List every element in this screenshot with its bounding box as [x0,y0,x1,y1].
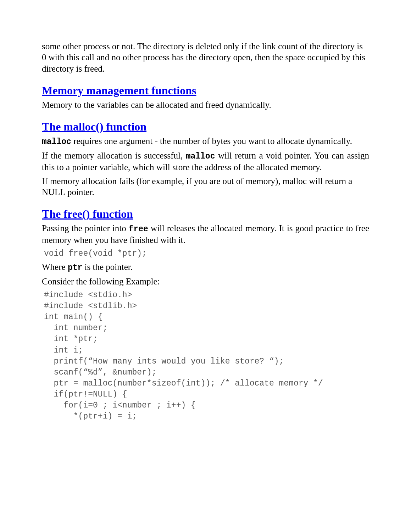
malloc-para1: malloc requires one argument - the numbe… [42,135,369,147]
heading-malloc: The malloc() function [42,120,369,133]
intro-paragraph: some other process or not. The directory… [42,41,369,74]
free-signature-code: void free(void *ptr); [44,248,369,259]
free-para1: Passing the pointer into free will relea… [42,223,369,245]
heading-free: The free() function [42,207,369,221]
code-malloc-2: malloc [186,152,215,161]
code-free-1: free [129,225,148,234]
malloc-para3: If memory allocation fails (for example,… [42,176,369,198]
example-code-block: #include <stdio.h> #include <stdlib.h> i… [44,290,369,422]
code-malloc-1: malloc [42,137,71,146]
malloc-para1-tail: requires one argument - the number of by… [71,136,352,146]
free-para2: Where ptr is the pointer. [42,261,369,273]
heading-free-link[interactable]: The free() function [42,207,133,220]
document-page: some other process or not. The directory… [0,0,411,438]
free-para3: Consider the following Example: [42,276,369,287]
heading-memory: Memory management functions [42,84,369,97]
free-para1-lead: Passing the pointer into [42,223,129,233]
heading-malloc-link[interactable]: The malloc() function [42,120,146,133]
heading-memory-link[interactable]: Memory management functions [42,84,196,97]
malloc-para2: If the memory allocation is successful, … [42,150,369,173]
free-para2-tail: is the pointer. [82,262,133,272]
malloc-para2-lead: If the memory allocation is successful, [42,151,186,160]
memory-para1: Memory to the variables can be allocated… [42,99,369,110]
free-para2-lead: Where [42,262,68,272]
code-ptr: ptr [68,263,82,272]
